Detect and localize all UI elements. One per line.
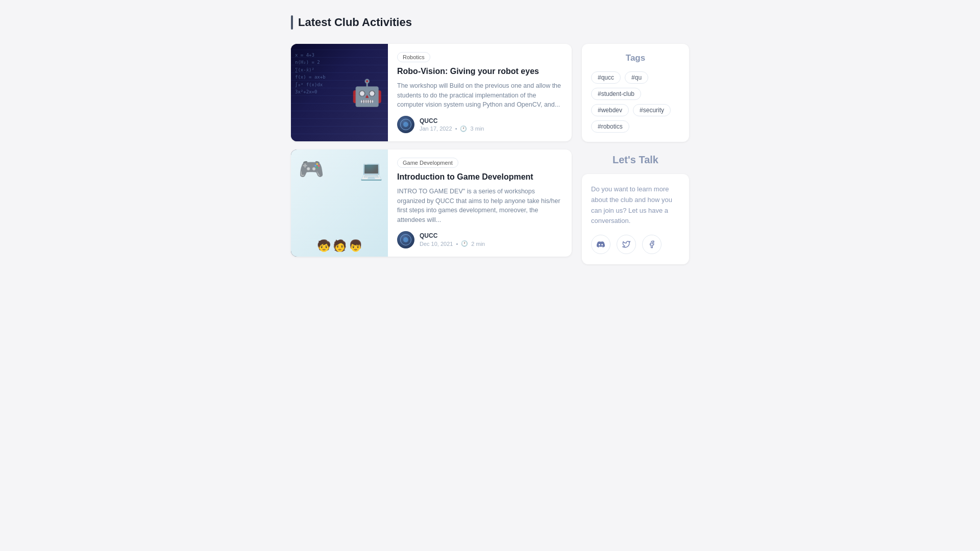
math-overlay: x = 4+3n(H₂) = 2∑(x-x̄)²f(x) = ax+b∫₀ᵃ f… [295, 52, 326, 95]
tag-robotics[interactable]: #robotics [591, 120, 629, 133]
article-content-gamedev: Game Development Introduction to Game De… [388, 149, 572, 257]
tag-student-club[interactable]: #student-club [591, 88, 641, 100]
section-header-bar [291, 15, 293, 30]
meta-info-robotics: QUCC Jan 17, 2022 • 🕐 3 min [420, 117, 484, 132]
article-image-robotics: x = 4+3n(H₂) = 2∑(x-x̄)²f(x) = ax+b∫₀ᵃ f… [291, 44, 388, 141]
facebook-icon [648, 240, 656, 248]
meta-readtime-gamedev: 2 min [471, 241, 485, 247]
tags-container: #qucc #qu #student-club #webdev #securit… [591, 71, 680, 133]
lets-talk-title: Let's Talk [582, 154, 689, 166]
article-meta-robotics: QUCC Jan 17, 2022 • 🕐 3 min [397, 116, 562, 133]
tag-qucc[interactable]: #qucc [591, 71, 621, 84]
clock-icon-robotics: 🕐 [460, 126, 467, 132]
lets-talk-header-wrapper: Let's Talk [582, 150, 689, 166]
article-title-gamedev: Introduction to Game Development [397, 172, 562, 183]
meta-author-gamedev: QUCC [420, 232, 485, 239]
article-content-robotics: Robotics Robo-Vision: Giving your robot … [388, 44, 572, 141]
article-tag-gamedev[interactable]: Game Development [397, 158, 458, 168]
article-meta-gamedev: QUCC Dec 10, 2021 • 🕐 2 min [397, 231, 562, 248]
facebook-button[interactable] [642, 235, 662, 254]
article-card-robotics[interactable]: x = 4+3n(H₂) = 2∑(x-x̄)²f(x) = ax+b∫₀ᵃ f… [291, 44, 572, 141]
discord-button[interactable] [591, 235, 610, 254]
main-layout: x = 4+3n(H₂) = 2∑(x-x̄)²f(x) = ax+b∫₀ᵃ f… [291, 44, 689, 264]
avatar-circuit [400, 119, 411, 130]
dot-separator: • [455, 126, 457, 132]
tags-title: Tags [591, 53, 680, 63]
clock-icon-gamedev: 🕐 [461, 240, 468, 247]
tags-card: Tags #qucc #qu #student-club #webdev #se… [582, 44, 689, 142]
meta-readtime-robotics: 3 min [470, 126, 484, 132]
section-title: Latest Club Activities [298, 16, 412, 29]
avatar-inner-gamedev [397, 231, 414, 248]
sidebar-column: Tags #qucc #qu #student-club #webdev #se… [582, 44, 689, 264]
avatar-gamedev [397, 231, 414, 248]
dot-separator-2: • [456, 241, 458, 247]
article-title-robotics: Robo-Vision: Giving your robot eyes [397, 66, 562, 77]
lets-talk-card: Do you want to learn more about the club… [582, 174, 689, 264]
article-excerpt-gamedev: INTRO TO GAME DEV" is a series of worksh… [397, 187, 562, 225]
tag-security[interactable]: #security [633, 104, 671, 116]
twitter-button[interactable] [617, 235, 636, 254]
articles-column: x = 4+3n(H₂) = 2∑(x-x̄)²f(x) = ax+b∫₀ᵃ f… [291, 44, 572, 257]
gamedev-people-icons: 🧒🧑👦 [317, 239, 362, 253]
gamedev-device-icon: 💻 [360, 160, 383, 181]
discord-icon [597, 240, 605, 248]
article-card-gamedev[interactable]: 💻 🧒🧑👦 Game Development Introduction to G… [291, 149, 572, 257]
meta-author-robotics: QUCC [420, 117, 484, 124]
tag-qu[interactable]: #qu [625, 71, 648, 84]
meta-info-gamedev: QUCC Dec 10, 2021 • 🕐 2 min [420, 232, 485, 247]
tag-webdev[interactable]: #webdev [591, 104, 629, 116]
avatar-inner [397, 116, 414, 133]
twitter-icon [622, 240, 630, 248]
article-tag-robotics[interactable]: Robotics [397, 52, 430, 62]
meta-date-time-gamedev: Dec 10, 2021 • 🕐 2 min [420, 240, 485, 247]
section-header: Latest Club Activities [291, 15, 689, 30]
meta-date-time-robotics: Jan 17, 2022 • 🕐 3 min [420, 126, 484, 132]
avatar-robotics [397, 116, 414, 133]
article-image-gamedev: 💻 🧒🧑👦 [291, 149, 388, 257]
lets-talk-text: Do you want to learn more about the club… [591, 184, 680, 227]
social-icons [591, 235, 680, 254]
meta-date-robotics: Jan 17, 2022 [420, 126, 452, 132]
meta-date-gamedev: Dec 10, 2021 [420, 241, 453, 247]
article-excerpt-robotics: The workshop will Build on the previous … [397, 81, 562, 110]
avatar-circuit-gamedev [400, 234, 411, 245]
